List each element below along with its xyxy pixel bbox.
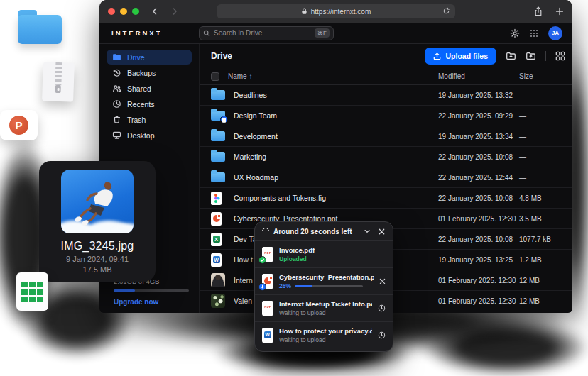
search-input[interactable] — [214, 29, 311, 37]
column-name[interactable]: Name ↑ — [228, 72, 252, 80]
file-name: Marketing — [234, 153, 438, 161]
jumping-person-illustration — [61, 170, 134, 233]
preview-photo — [61, 170, 134, 233]
file-size: — — [519, 92, 561, 99]
image-preview-card: IMG_3245.jpg 9 Jan 2024, 09:41 17.5 MB — [39, 161, 156, 282]
decorative-powerpoint-icon: P — [0, 110, 38, 140]
lock-icon — [301, 8, 307, 15]
file-modified: 19 January 2025. 13:34 — [438, 133, 519, 140]
apps-grid-icon[interactable] — [530, 29, 538, 38]
cancel-upload-icon[interactable] — [379, 278, 386, 284]
new-tab-icon[interactable] — [555, 7, 564, 16]
upload-item-status: Waiting to upload — [279, 309, 325, 316]
powerpoint-file-icon — [211, 212, 222, 226]
storage-progress-fill — [114, 289, 135, 292]
upload-item-status: Waiting to upload — [279, 336, 325, 343]
settings-gear-icon[interactable] — [510, 28, 520, 38]
upload-progress-popup: Around 20 seconds left Invoice.pdfUpload… — [254, 221, 393, 352]
search-icon — [203, 30, 210, 37]
upload-files-button[interactable]: Upload files — [425, 48, 496, 65]
column-size[interactable]: Size — [519, 72, 533, 80]
file-size: — — [519, 174, 561, 182]
browser-chrome: https://internxt.com — [99, 0, 572, 23]
excel-file-icon — [211, 233, 222, 246]
file-modified: 19 January 2025. 13:25 — [438, 256, 519, 264]
share-icon[interactable] — [534, 6, 543, 16]
preview-filename: IMG_3245.jpg — [39, 240, 156, 253]
file-name: Development — [234, 132, 438, 140]
minimize-window-icon[interactable] — [120, 8, 127, 15]
upload-folder-icon[interactable] — [526, 51, 536, 61]
url-text: https://internxt.com — [311, 8, 371, 16]
collapse-chevron-icon[interactable] — [364, 228, 371, 235]
file-name: UX Roadmap — [234, 173, 438, 182]
table-row[interactable]: Deadlines 19 January 2025. 13:32 — — [200, 85, 572, 106]
shared-folder-icon — [211, 111, 225, 121]
traffic-lights[interactable] — [108, 8, 139, 15]
folder-icon — [112, 52, 121, 62]
file-size: 3.5 MB — [519, 215, 561, 223]
word-file-icon — [262, 328, 273, 343]
table-row[interactable]: Components and Tokens.fig 22 January 202… — [200, 188, 572, 209]
close-window-icon[interactable] — [108, 8, 115, 15]
close-popup-icon[interactable] — [378, 228, 386, 236]
sort-arrow-icon: ↑ — [249, 72, 252, 80]
upgrade-link[interactable]: Upgrade now — [114, 298, 189, 306]
spray-shadow — [423, 319, 588, 376]
page-title: Drive — [211, 51, 232, 61]
sidebar-item-shared[interactable]: Shared — [107, 81, 192, 96]
file-size: 12 MB — [519, 297, 561, 305]
storage-indicator: 2.81GB of 4GB Upgrade now — [114, 277, 189, 306]
clock-icon — [112, 99, 121, 109]
zoom-window-icon[interactable] — [132, 8, 139, 15]
file-modified: 01 February 2025. 12:30 — [438, 215, 519, 223]
internxt-logo: INTERNXT — [99, 29, 199, 37]
upload-item: How to protect your privacy.docWaiting t… — [255, 322, 393, 348]
image-thumbnail-icon — [211, 294, 225, 308]
avatar[interactable]: JA — [548, 26, 562, 40]
people-icon — [112, 84, 121, 93]
upload-item: Internxt Meetup Ticket Info.pdfWaiting t… — [255, 295, 393, 322]
forward-icon[interactable] — [170, 7, 179, 16]
column-modified[interactable]: Modified — [438, 72, 465, 80]
search-bar[interactable]: ⌘F — [199, 26, 334, 40]
upload-item-name: How to protect your privacy.doc — [279, 327, 372, 335]
uploaded-check-icon — [258, 256, 266, 264]
file-name: Components and Tokens.fig — [234, 194, 438, 202]
upload-popup-title: Around 20 seconds left — [273, 228, 359, 236]
sidebar-item-backups[interactable]: Backups — [107, 65, 192, 80]
upload-progress-bar — [295, 285, 363, 287]
shared-users-badge-icon — [220, 116, 228, 123]
url-bar[interactable]: https://internxt.com — [217, 4, 455, 18]
reload-icon[interactable] — [442, 7, 450, 15]
file-modified: 19 January 2025. 13:32 — [438, 92, 519, 99]
table-row[interactable]: Design Team 22 January 2025. 09:29 — — [200, 106, 572, 126]
file-size: — — [519, 133, 561, 140]
powerpoint-file-icon — [262, 274, 273, 289]
sidebar-item-trash[interactable]: Trash — [107, 112, 192, 127]
sidebar-item-drive[interactable]: Drive — [107, 50, 192, 65]
create-folder-icon[interactable] — [506, 51, 516, 61]
file-modified: 22 January 2025. 10:08 — [438, 236, 519, 243]
file-modified: 22 January 2025. 10:08 — [438, 194, 519, 202]
folder-icon — [211, 172, 225, 182]
upload-item-name: Invoice.pdf — [279, 246, 386, 254]
table-row[interactable]: UX Roadmap 22 January 2025. 12:44 — — [200, 167, 572, 188]
upload-items-list: Invoice.pdfUploadedCybersecurity_Present… — [255, 241, 393, 348]
sidebar-item-desktop[interactable]: Desktop — [107, 128, 192, 143]
file-modified: 22 January 2025. 10:08 — [438, 153, 519, 161]
waiting-clock-icon — [378, 304, 386, 312]
file-size: 1.2 MB — [519, 256, 561, 264]
table-row[interactable]: Development 19 January 2025. 13:34 — — [200, 126, 572, 147]
upload-percent: 26% — [279, 282, 291, 289]
table-row[interactable]: Marketing 22 January 2025. 10:08 — — [200, 147, 572, 167]
decorative-zip-file-icon — [42, 62, 75, 102]
decorative-folder-icon — [18, 10, 62, 44]
grid-view-icon[interactable] — [555, 51, 565, 61]
sidebar-item-recents[interactable]: Recents — [107, 96, 192, 111]
back-icon[interactable] — [151, 7, 159, 16]
search-shortcut: ⌘F — [315, 28, 330, 38]
upload-item-status: Uploaded — [279, 255, 307, 262]
select-all-checkbox[interactable] — [211, 72, 219, 81]
toolbar-divider — [545, 51, 546, 61]
